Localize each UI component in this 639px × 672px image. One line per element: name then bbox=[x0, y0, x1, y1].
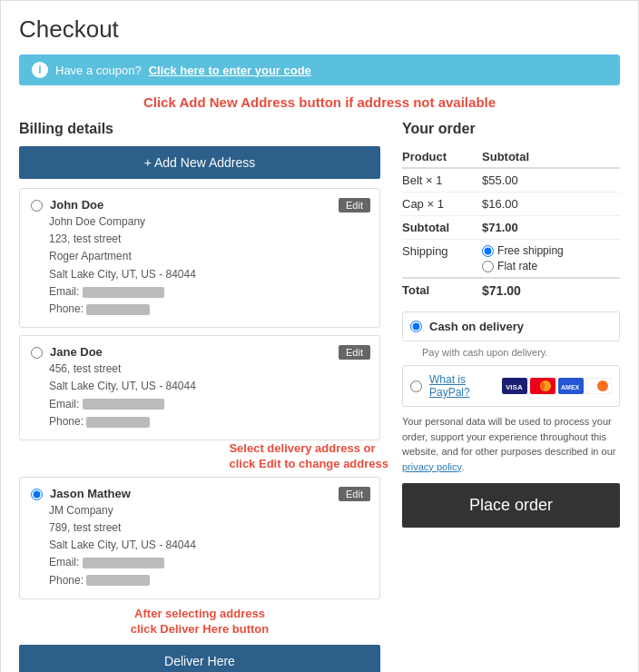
coupon-banner: i Have a coupon? Click here to enter you… bbox=[19, 54, 620, 85]
svg-text:AMEX: AMEX bbox=[561, 384, 580, 390]
checkout-page: Checkout i Have a coupon? Click here to … bbox=[0, 0, 639, 672]
address-radio-2[interactable] bbox=[31, 347, 43, 359]
paypal-option: What is PayPal? VISA AMEX bbox=[402, 365, 620, 407]
address-card-2: Jane Doe Edit 456, test street Salt Lake… bbox=[19, 335, 380, 440]
order-item-2: Cap × 1 $16.00 bbox=[402, 193, 620, 216]
address-radio-1[interactable] bbox=[31, 200, 43, 212]
amex-icon: AMEX bbox=[558, 378, 584, 394]
email-blurred-3 bbox=[83, 558, 164, 568]
address-card-1: John Doe Edit John Doe Company 123, test… bbox=[19, 188, 380, 328]
flat-rate-label: Flat rate bbox=[497, 260, 537, 272]
phone-blurred-2 bbox=[86, 417, 150, 428]
card-icons: VISA AMEX bbox=[502, 378, 612, 394]
item-name-2: Cap × 1 bbox=[402, 193, 482, 216]
privacy-text: Your personal data will be used to proce… bbox=[402, 414, 620, 474]
edit-button-3[interactable]: Edit bbox=[339, 487, 370, 501]
col-product: Product bbox=[402, 146, 482, 168]
place-order-button[interactable]: Place order bbox=[402, 483, 620, 528]
visa-icon: VISA bbox=[502, 378, 527, 394]
address-name-1: John Doe bbox=[50, 198, 103, 212]
subtotal-label: Subtotal bbox=[402, 216, 482, 240]
order-table: Product Subtotal Belt × 1 $55.00 Cap × 1… bbox=[402, 146, 620, 302]
billing-title: Billing details bbox=[19, 121, 380, 137]
page-title: Checkout bbox=[19, 15, 620, 44]
address-lines-2: 456, test street Salt Lake City, UT, US … bbox=[49, 361, 369, 430]
subtotal-value: $71.00 bbox=[482, 216, 620, 240]
free-shipping-option[interactable]: Free shipping bbox=[482, 244, 620, 257]
order-item-1: Belt × 1 $55.00 bbox=[402, 168, 620, 193]
total-row: Total $71.00 bbox=[402, 278, 620, 302]
total-value: $71.00 bbox=[482, 278, 620, 302]
cod-option: Cash on delivery bbox=[402, 311, 620, 341]
shipping-label: Shipping bbox=[402, 240, 482, 279]
cod-label: Cash on delivery bbox=[429, 320, 524, 333]
info-icon: i bbox=[32, 62, 48, 78]
cod-radio[interactable] bbox=[410, 321, 422, 332]
address-name-2: Jane Doe bbox=[50, 345, 103, 359]
address-name-3: Jason Mathew bbox=[50, 487, 131, 500]
address-lines-3: JM Company 789, test street Salt Lake Ci… bbox=[49, 502, 369, 589]
email-blurred-2 bbox=[83, 399, 164, 410]
disc-icon bbox=[586, 378, 612, 394]
free-shipping-label: Free shipping bbox=[497, 244, 564, 257]
svg-text:VISA: VISA bbox=[506, 383, 523, 391]
after-selecting-annotation: After selecting addressclick Deliver Her… bbox=[19, 607, 380, 637]
add-new-address-button[interactable]: + Add New Address bbox=[19, 146, 380, 179]
address-radio-3[interactable] bbox=[31, 489, 43, 500]
phone-blurred-1 bbox=[86, 304, 150, 315]
coupon-text: Have a coupon? bbox=[55, 64, 142, 77]
email-blurred-1 bbox=[83, 287, 164, 298]
svg-point-8 bbox=[597, 380, 608, 391]
flat-rate-option[interactable]: Flat rate bbox=[482, 260, 620, 272]
edit-button-1[interactable]: Edit bbox=[339, 198, 370, 212]
phone-blurred-3 bbox=[86, 575, 150, 586]
order-title: Your order bbox=[402, 121, 620, 137]
add-address-instruction: Click Add New Address button if address … bbox=[19, 93, 620, 112]
shipping-row: Shipping Free shipping Flat rate bbox=[402, 240, 620, 279]
item-price-2: $16.00 bbox=[482, 193, 620, 216]
cod-description: Pay with cash upon delivery. bbox=[422, 347, 620, 358]
item-name-1: Belt × 1 bbox=[402, 168, 482, 193]
flat-rate-radio[interactable] bbox=[482, 261, 494, 272]
col-subtotal: Subtotal bbox=[482, 146, 620, 168]
paypal-radio[interactable] bbox=[410, 380, 422, 392]
edit-button-2[interactable]: Edit bbox=[339, 345, 370, 360]
deliver-here-button[interactable]: Deliver Here bbox=[19, 645, 380, 672]
select-annotation: Select delivery address orclick Edit to … bbox=[229, 441, 388, 472]
subtotal-row: Subtotal $71.00 bbox=[402, 216, 620, 240]
item-price-1: $55.00 bbox=[482, 168, 620, 193]
address-lines-1: John Doe Company 123, test street Roger … bbox=[49, 213, 369, 318]
paypal-link[interactable]: What is PayPal? bbox=[429, 373, 495, 399]
billing-section: Billing details + Add New Address John D… bbox=[19, 121, 380, 672]
order-section: Your order Product Subtotal Belt × 1 $55… bbox=[402, 121, 620, 672]
free-shipping-radio[interactable] bbox=[482, 245, 494, 257]
mc-icon bbox=[530, 378, 555, 394]
payment-section: Cash on delivery Pay with cash upon deli… bbox=[402, 311, 620, 407]
coupon-link[interactable]: Click here to enter your code bbox=[149, 64, 311, 77]
privacy-policy-link[interactable]: privacy policy bbox=[402, 461, 461, 472]
address-card-3: Jason Mathew Edit JM Company 789, test s… bbox=[19, 477, 380, 599]
shipping-options: Free shipping Flat rate bbox=[482, 240, 620, 279]
main-layout: Billing details + Add New Address John D… bbox=[19, 121, 620, 672]
total-label: Total bbox=[402, 278, 482, 302]
